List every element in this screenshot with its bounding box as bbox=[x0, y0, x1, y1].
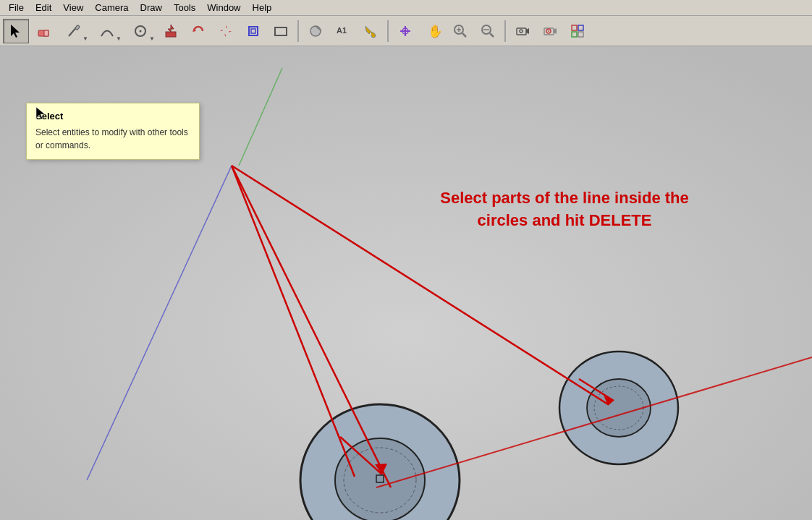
tool-move[interactable] bbox=[213, 19, 239, 43]
tool-push-pull[interactable] bbox=[158, 19, 184, 43]
svg-rect-40 bbox=[572, 32, 577, 37]
tool-pencil[interactable]: ▼ bbox=[58, 19, 90, 43]
tool-rectangle[interactable] bbox=[268, 19, 294, 43]
svg-rect-16 bbox=[275, 27, 287, 35]
tooltip-title: Select bbox=[35, 111, 190, 122]
svg-marker-0 bbox=[11, 25, 20, 38]
svg-rect-41 bbox=[578, 32, 583, 37]
menu-camera[interactable]: Camera bbox=[89, 1, 134, 14]
tooltip-popup: Select Select entities to modify with ot… bbox=[26, 103, 200, 160]
svg-marker-8 bbox=[168, 25, 174, 32]
tooltip-body: Select entities to modify with other too… bbox=[35, 126, 190, 152]
circle-arrow-indicator: ▼ bbox=[149, 36, 155, 42]
arc-arrow-indicator: ▼ bbox=[116, 36, 122, 42]
menu-help[interactable]: Help bbox=[247, 1, 278, 14]
svg-text:A1: A1 bbox=[337, 26, 347, 35]
tool-zoom[interactable] bbox=[447, 19, 473, 43]
tool-tape-measure[interactable] bbox=[303, 19, 329, 43]
tool-eraser[interactable] bbox=[30, 19, 56, 43]
svg-rect-2 bbox=[44, 30, 48, 36]
tool-arc[interactable]: ▼ bbox=[91, 19, 123, 43]
tool-zoom-extents[interactable] bbox=[475, 19, 501, 43]
toolbar: ▼ ▼ ▼ bbox=[0, 16, 812, 46]
svg-point-17 bbox=[310, 26, 321, 36]
tool-prev-camera[interactable] bbox=[509, 19, 536, 43]
svg-rect-4 bbox=[75, 25, 80, 30]
tool-dimension[interactable]: A1 bbox=[330, 19, 356, 43]
menubar: File Edit View Camera Draw Tools Window … bbox=[0, 0, 812, 16]
tool-next-camera[interactable] bbox=[537, 19, 563, 43]
svg-line-25 bbox=[462, 33, 466, 37]
svg-marker-13 bbox=[227, 31, 232, 33]
svg-rect-15 bbox=[251, 29, 255, 33]
tool-walk[interactable] bbox=[392, 19, 418, 43]
svg-point-6 bbox=[140, 30, 142, 32]
menu-window[interactable]: Window bbox=[201, 1, 246, 14]
svg-point-37 bbox=[548, 30, 549, 32]
svg-rect-14 bbox=[249, 27, 258, 35]
toolbar-separator-2 bbox=[387, 20, 389, 42]
svg-rect-38 bbox=[572, 25, 577, 30]
tool-select[interactable] bbox=[3, 19, 29, 43]
menu-view[interactable]: View bbox=[57, 1, 89, 14]
tool-standard-views[interactable] bbox=[564, 19, 591, 43]
svg-text:✋: ✋ bbox=[428, 24, 441, 39]
svg-rect-39 bbox=[578, 25, 583, 30]
svg-line-29 bbox=[490, 33, 494, 37]
tool-rotate[interactable] bbox=[185, 19, 211, 43]
pencil-arrow-indicator: ▼ bbox=[83, 36, 88, 42]
svg-marker-10 bbox=[226, 25, 227, 30]
tool-offset[interactable] bbox=[240, 19, 266, 43]
tool-circle[interactable]: ▼ bbox=[124, 19, 156, 43]
tool-pan[interactable]: ✋ bbox=[420, 19, 446, 43]
menu-file[interactable]: File bbox=[3, 1, 30, 14]
svg-marker-11 bbox=[224, 32, 226, 37]
toolbar-separator-1 bbox=[297, 20, 299, 42]
menu-edit[interactable]: Edit bbox=[30, 1, 57, 14]
tool-paint-bucket[interactable] bbox=[358, 19, 384, 43]
toolbar-separator-3 bbox=[504, 20, 506, 42]
menu-draw[interactable]: Draw bbox=[135, 1, 168, 14]
svg-rect-7 bbox=[166, 32, 176, 37]
menu-tools[interactable]: Tools bbox=[168, 1, 201, 14]
svg-point-46 bbox=[335, 438, 425, 520]
svg-marker-12 bbox=[220, 30, 225, 31]
svg-point-33 bbox=[520, 30, 523, 33]
canvas-area[interactable]: Select Select entities to modify with ot… bbox=[0, 46, 812, 520]
